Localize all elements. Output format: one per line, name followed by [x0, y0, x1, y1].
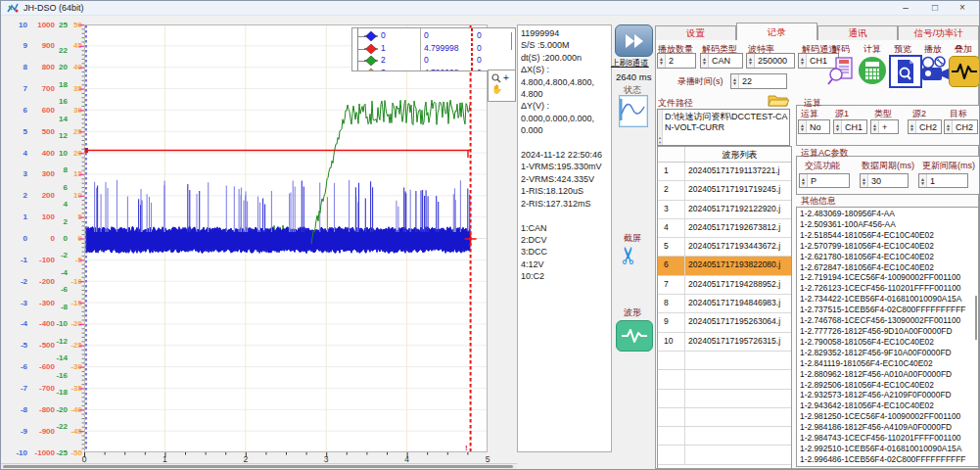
spinner-arrows-icon[interactable]: ▲▼	[747, 54, 755, 68]
calc-tool-button[interactable]	[858, 56, 887, 85]
spinner-arrows-icon[interactable]: ▲▼	[861, 174, 868, 187]
can-frame-line[interactable]: 1-2.984743-1CECF456-110201FFFF001100	[797, 433, 978, 444]
spinner-arrows-icon[interactable]: ▲▼	[799, 54, 807, 68]
operation-spinner[interactable]: ▲▼CH1	[833, 119, 867, 134]
pan-tool[interactable]: ✋	[489, 83, 515, 94]
legend-row[interactable]: 200	[352, 55, 515, 68]
axis-green-tick-label: 18	[52, 80, 68, 89]
plot-hscrollbar[interactable]	[1, 463, 517, 470]
waveform-row-empty[interactable]	[658, 427, 791, 446]
play-tool-button[interactable]	[919, 56, 949, 85]
spinner-arrows-icon[interactable]: ▲▼	[919, 174, 927, 187]
can-frame-line[interactable]: 1-2.518544-181056F4-EC10C40E02	[797, 230, 978, 241]
can-frame-line[interactable]: 1-2.734422-1CEB56F4-016810010090A15A	[797, 294, 978, 305]
zoom-in-tool[interactable]: +	[489, 70, 515, 83]
preview-tool-button[interactable]	[889, 55, 922, 88]
ac-param-spinner[interactable]: ▲▼30	[860, 173, 909, 188]
waveform-row-empty[interactable]	[658, 370, 791, 389]
spinner-arrows-icon[interactable]: ▲▼	[909, 120, 916, 133]
can-frame-line[interactable]: 1-2.737515-1CEB56F4-02C800FFFFFFFFFF	[797, 305, 978, 315]
file-path-box[interactable]: ▲▼ D:\快速访问资料\DCCTEST-CAN-VOLT-CURR	[657, 109, 790, 146]
overlay-tool-button[interactable]	[949, 56, 980, 87]
can-frame-line[interactable]: 1-2.829352-1812F456-9F10A00F0000FD	[797, 348, 978, 358]
waveform-row[interactable]: 82024051717194846983.j	[658, 295, 791, 313]
legend-scrollbar[interactable]	[511, 32, 513, 50]
waveform-plot[interactable]	[84, 24, 488, 452]
can-frame-line[interactable]: 1-2.932573-1812F456-A2109F0F0000FD	[797, 390, 978, 400]
can-frame-line[interactable]: 1-2.570799-181056F4-EC10C40E02	[797, 241, 978, 252]
maximize-button[interactable]: □	[920, 1, 950, 15]
waveform-row[interactable]: 42024051717192673812.j	[658, 219, 791, 238]
can-frame-line[interactable]: 1-2.672847-181056F4-EC10C40E02	[797, 262, 978, 273]
other-info-list[interactable]: 1-2.483069-180956F4-AA1-2.509361-100AF45…	[796, 207, 979, 467]
can-frame-line[interactable]: 1-2.746768-1CECF456-13090002FF001100	[797, 315, 978, 326]
hscrollbar-thumb[interactable]	[3, 465, 513, 468]
can-frame-line[interactable]: 1-2.509361-100AF456-AA	[797, 219, 978, 230]
waveform-button[interactable]	[616, 320, 653, 352]
waveform-row-empty[interactable]	[658, 408, 791, 427]
can-frame-line[interactable]: 1-2.777726-1812F456-9D10A00F0000FD	[797, 326, 978, 337]
waveform-row[interactable]: 22024051717191719245.j	[658, 181, 791, 200]
spinner-arrows-icon[interactable]: ▲▼	[799, 120, 807, 133]
info-list-scrollbar[interactable]	[975, 296, 978, 340]
waveform-row[interactable]: 92024051717195263064.j	[658, 313, 791, 332]
decode-type-spinner[interactable]: ▲▼CAN	[700, 53, 743, 69]
refresh-channels-link[interactable]: 上刷8通道	[611, 58, 649, 70]
waveform-row-empty[interactable]	[658, 352, 791, 370]
play-count-spinner[interactable]: ▲▼2	[657, 53, 696, 69]
axis-red-tick-label: 200	[29, 191, 55, 200]
baud-rate-spinner[interactable]: ▲▼250000	[746, 53, 795, 69]
operation-spinner[interactable]: ▲▼+	[870, 119, 899, 134]
spinner-arrows-icon[interactable]: ▲▼	[658, 54, 666, 68]
can-frame-line[interactable]: 1-2.943642-181056F4-EC10C40E02	[797, 400, 978, 411]
waveform-row[interactable]: 12024051717191137221.j	[658, 163, 791, 181]
can-frame-line[interactable]: 1-2.892506-181056F4-EC10C40E02	[797, 380, 978, 391]
decode-tool-button[interactable]	[826, 56, 856, 85]
tab-signal-power[interactable]: 信号/功率计	[898, 25, 979, 40]
can-frame-line[interactable]: 1-2.984186-1812F456-A4109A0F0000FD	[797, 422, 978, 433]
can-frame-line[interactable]: 1-2.996486-1CEB56F4-02C800FFFFFFFFFF	[797, 454, 978, 465]
waveform-row[interactable]: 72024051717194288952.j	[658, 276, 791, 295]
plot-canvas[interactable]	[84, 24, 488, 452]
waveform-row[interactable]: 32024051717192122920.j	[658, 201, 791, 219]
legend-row[interactable]: 14.7999980	[352, 43, 515, 56]
can-frame-line[interactable]: 1-2.483069-180956F4-AA	[797, 209, 978, 219]
operation-spinner[interactable]: ▲▼CH2	[908, 119, 942, 134]
can-frame-line[interactable]: 1-2.880962-1812F456-A010A00F0000FD	[797, 369, 978, 380]
waveform-row-empty[interactable]	[658, 390, 791, 408]
spinner-arrows-icon[interactable]: ▲▼	[701, 54, 709, 68]
spinner-arrows-icon[interactable]: ▲▼	[834, 120, 842, 133]
plot-legend[interactable]: 00014.799998020034.7999980	[351, 27, 516, 71]
status-waveform-indicator[interactable]	[619, 95, 648, 127]
can-frame-line[interactable]: 1-2.981250-1CEC56F4-10090002FF001100	[797, 411, 978, 422]
spinner-arrows-icon[interactable]: ▲▼	[871, 120, 879, 133]
waveform-row-empty[interactable]	[658, 446, 791, 464]
waveform-row[interactable]: 102024051717195726315.j	[658, 333, 791, 352]
tab-record[interactable]: 记录	[736, 23, 817, 40]
tab-settings[interactable]: 设置	[655, 25, 736, 40]
spinner-arrows-icon[interactable]: ▲▼	[800, 174, 808, 187]
record-time-spinner[interactable]: ▲▼22	[730, 73, 787, 89]
fast-forward-button[interactable]	[615, 24, 653, 57]
waveform-row[interactable]: 52024051717193443672.j	[658, 238, 791, 257]
screenshot-button[interactable]: ✂	[619, 242, 638, 269]
can-frame-line[interactable]: 1-2.992510-1CEB56F4-016810010090A15A	[797, 444, 978, 454]
ac-param-spinner[interactable]: ▲▼P	[799, 173, 850, 188]
waveform-row[interactable]: 62024051717193822080.j	[658, 257, 791, 275]
can-frame-line[interactable]: 1-2.726123-1CECF456-110201FFFF001100	[797, 283, 978, 294]
can-frame-line[interactable]: 1-2.719194-1CEC56F4-10090002FF001100	[797, 272, 978, 283]
close-button[interactable]: ×	[948, 1, 977, 15]
ac-param-spinner[interactable]: ▲▼1	[918, 173, 968, 188]
waveform-table[interactable]: 波形列表 12024051717191137221.j2202405171719…	[657, 146, 792, 469]
can-frame-line[interactable]: 1-2.841119-181056F4-EC10C40E02	[797, 358, 978, 369]
operation-spinner[interactable]: ▲▼CH2	[944, 119, 978, 134]
operation-spinner[interactable]: ▲▼No	[798, 119, 830, 134]
spinner-arrows-icon[interactable]: ▲▼	[731, 74, 739, 88]
legend-row[interactable]: 000	[352, 30, 515, 43]
can-frame-line[interactable]: 1-2.790058-181056F4-EC10C40E02	[797, 337, 978, 348]
waveform-row-index: 8	[658, 295, 685, 312]
can-frame-line[interactable]: 1-2.621780-181056F4-EC10C40E02	[797, 252, 978, 262]
spinner-arrows-icon[interactable]: ▲▼	[945, 120, 953, 133]
minimize-button[interactable]: –	[891, 1, 920, 15]
tab-comm[interactable]: 通讯	[817, 25, 899, 40]
